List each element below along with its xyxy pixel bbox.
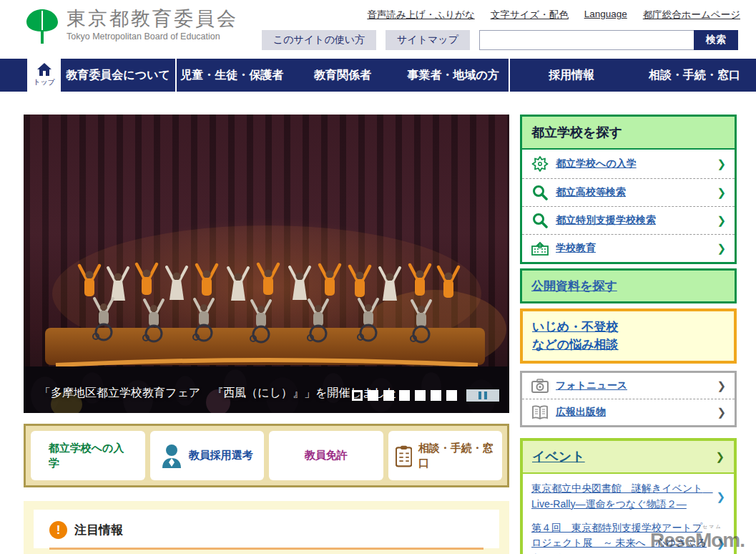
sidebar-link[interactable]: 学校教育 [556, 242, 717, 255]
sidebar-item-publications[interactable]: 広報出版物 ❯ [522, 399, 735, 425]
main-column: 「多摩地区都立学校教育フェア 『西風（にし）』」を開催しました 都立学校 [24, 115, 509, 554]
nav-group-audience: 児童・生徒・保護者 教育関係者 事業者・地域の方 [177, 59, 509, 92]
consultation-link-line1[interactable]: いじめ・不登校 [532, 319, 725, 336]
chevron-right-icon: ❯ [717, 242, 726, 255]
nav-item-consultation[interactable]: 相談・手続・窓口 [633, 59, 756, 92]
quick-button-label: 都立学校への入学 [49, 441, 127, 470]
media-box: フォトニュース ❯ 広報出版物 ❯ [520, 371, 737, 427]
book-icon [531, 405, 549, 419]
stage-photo [24, 115, 509, 413]
camera-icon [531, 379, 549, 393]
featured-title: 注目情報 [74, 522, 123, 538]
school-search-box: 都立学校を探す 都立学校への入学 ❯ 都立高校等検索 ❯ [520, 115, 737, 264]
quick-button-label: 教員免許 [305, 448, 348, 462]
sidebar-item-highschool-search[interactable]: 都立高校等検索 ❯ [522, 178, 735, 206]
header: 東京都教育委員会 Tokyo Metropolitan Board of Edu… [0, 0, 756, 59]
sidebar-link[interactable]: フォトニュース [556, 379, 717, 392]
event-link[interactable]: 第４回 東京都特別支援学校アートプロジェクト展 ～ 未来へ 心ゆさぶる色・形 ～ [531, 520, 712, 554]
sidebar-link[interactable]: 都立学校への入学 [556, 157, 717, 170]
sitemap-button[interactable]: サイトマップ [386, 30, 470, 50]
events-header[interactable]: イベント ❯ [523, 441, 734, 474]
public-docs-box[interactable]: 公開資料を探す [520, 268, 737, 303]
nav-item-students-parents[interactable]: 児童・生徒・保護者 [177, 59, 288, 92]
pause-icon [478, 392, 481, 399]
sidebar-item-photo-news[interactable]: フォトニュース ❯ [522, 373, 735, 399]
global-nav: トップ 教育委員会について 児童・生徒・保護者 教育関係者 事業者・地域の方 採… [0, 59, 756, 92]
carousel-dot-active[interactable] [352, 390, 363, 401]
carousel-pagination [352, 389, 499, 402]
quick-links-panel: 都立学校への入学 教員採用選考 教員免許 [24, 424, 509, 487]
quick-button-consultation[interactable]: 相談・手続・窓口 [388, 431, 503, 480]
sidebar-link[interactable]: 都立特別支援学校検索 [556, 214, 717, 227]
carousel-dot[interactable] [415, 390, 426, 401]
consultation-link-line2[interactable]: などの悩み相談 [532, 336, 725, 354]
page: 東京都教育委員会 Tokyo Metropolitan Board of Edu… [0, 0, 756, 554]
quick-button-label: 教員採用選考 [189, 448, 253, 462]
site-title: 東京都教育委員会 [67, 8, 238, 30]
sidebar-link[interactable]: 広報出版物 [556, 406, 717, 419]
sidebar: 都立学校を探す 都立学校への入学 ❯ 都立高校等検索 ❯ [520, 115, 737, 554]
sakura-icon [531, 155, 549, 172]
nav-item-business-community[interactable]: 事業者・地域の方 [398, 59, 509, 92]
site-subtitle: Tokyo Metropolitan Board of Education [67, 31, 238, 42]
carousel-dot[interactable] [383, 390, 394, 401]
pause-icon [484, 392, 487, 399]
sidebar-item-special-school-search[interactable]: 都立特別支援学校検索 ❯ [522, 206, 735, 234]
events-title-link[interactable]: イベント [532, 448, 585, 465]
link-voice-furigana[interactable]: 音声読み上げ・ふりがな [367, 9, 474, 21]
carousel-pause-button[interactable] [466, 389, 499, 402]
carousel-dot[interactable] [446, 390, 457, 401]
sidebar-item-school-education[interactable]: 学校教育 ❯ [522, 234, 735, 262]
search-input[interactable] [479, 30, 694, 50]
quick-button-teacher-recruitment[interactable]: 教員採用選考 [150, 431, 265, 480]
carousel-dot[interactable] [368, 390, 378, 401]
link-language[interactable]: Language [584, 9, 627, 21]
main: 「多摩地区都立学校教育フェア 『西風（にし）』」を開催しました 都立学校 [0, 92, 756, 554]
event-link[interactable]: 東京都立中央図書館 謎解きイベント Live-Rally―運命をつなぐ物語２― [531, 481, 712, 512]
school-search-title: 都立学校を探す [522, 117, 735, 150]
event-item[interactable]: 東京都立中央図書館 謎解きイベント Live-Rally―運命をつなぐ物語２― … [531, 481, 725, 512]
nav-item-home[interactable]: トップ [27, 59, 61, 92]
chevron-right-icon: ❯ [717, 406, 726, 419]
chevron-right-icon: ❯ [717, 379, 726, 392]
clipboard-icon [396, 444, 412, 468]
carousel-caption[interactable]: 「多摩地区都立学校教育フェア 『西風（にし）』」を開催しました [39, 383, 404, 403]
home-icon [37, 63, 51, 76]
search-button[interactable]: 検索 [694, 30, 738, 50]
nav-item-recruitment[interactable]: 採用情報 [510, 59, 633, 92]
carousel-dot[interactable] [399, 390, 410, 401]
public-docs-link[interactable]: 公開資料を探す [531, 279, 617, 293]
hero-carousel-slide[interactable]: 「多摩地区都立学校教育フェア 『西風（にし）』」を開催しました [24, 115, 509, 413]
bullying-consultation-box[interactable]: いじめ・不登校 などの悩み相談 [520, 308, 737, 364]
nav-item-educators[interactable]: 教育関係者 [288, 59, 398, 92]
link-tocho-home[interactable]: 都庁総合ホームページ [643, 9, 740, 21]
chevron-right-icon: ❯ [716, 490, 725, 503]
site-logo[interactable]: 東京都教育委員会 Tokyo Metropolitan Board of Edu… [25, 8, 238, 45]
chevron-right-icon: ❯ [717, 214, 726, 227]
logo-text: 東京都教育委員会 Tokyo Metropolitan Board of Edu… [67, 8, 238, 42]
search-icon [531, 213, 549, 228]
events-list: 東京都立中央図書館 謎解きイベント Live-Rally―運命をつなぐ物語２― … [523, 474, 734, 554]
quick-button-admission[interactable]: 都立学校への入学 [31, 431, 145, 480]
link-fontsize-color[interactable]: 文字サイズ・配色 [491, 9, 569, 21]
tokyo-ginkgo-icon [25, 8, 59, 45]
events-box: イベント ❯ 東京都立中央図書館 謎解きイベント Live-Rally―運命をつ… [520, 438, 737, 554]
sidebar-link[interactable]: 都立高校等検索 [556, 186, 717, 199]
quick-button-label: 相談・手続・窓口 [418, 441, 495, 470]
search-bar: 検索 [479, 30, 738, 50]
school-icon [531, 240, 549, 256]
chevron-right-icon: ❯ [715, 450, 725, 463]
featured-card: ! 注目情報 [34, 510, 499, 548]
alert-icon: ! [49, 521, 67, 539]
carousel-dot[interactable] [431, 390, 441, 401]
event-item[interactable]: 第４回 東京都特別支援学校アートプロジェクト展 ～ 未来へ 心ゆさぶる色・形 ～… [531, 520, 725, 554]
site-help-button[interactable]: このサイトの使い方 [262, 30, 376, 50]
chevron-right-icon: ❯ [717, 157, 726, 170]
sidebar-item-school-admission[interactable]: 都立学校への入学 ❯ [522, 150, 735, 178]
nav-group-services: 採用情報 相談・手続・窓口 [510, 59, 756, 92]
nav-item-about-board[interactable]: 教育委員会について [61, 59, 175, 92]
utility-links: 音声読み上げ・ふりがな 文字サイズ・配色 Language 都庁総合ホームページ [367, 9, 740, 21]
featured-header: ! 注目情報 [49, 521, 483, 539]
person-icon [161, 444, 182, 468]
quick-button-teacher-license[interactable]: 教員免許 [269, 431, 383, 480]
